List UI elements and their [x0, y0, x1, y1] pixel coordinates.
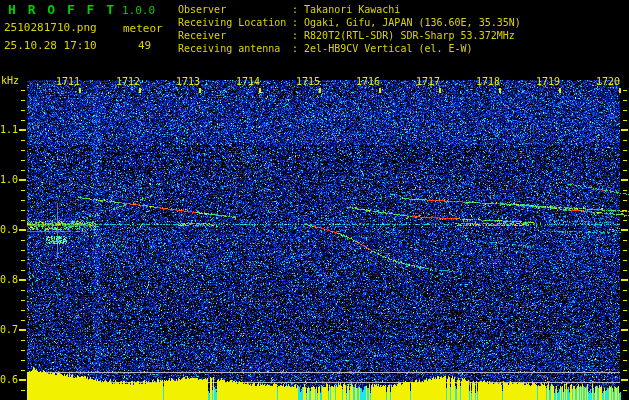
- time-axis-label: 1716: [350, 76, 386, 87]
- time-axis-label: 1714: [230, 76, 266, 87]
- info-row-receiver: Receiver: R820T2(RTL-SDR) SDR-Sharp 53.3…: [178, 29, 521, 42]
- time-axis-label: 1711: [50, 76, 86, 87]
- freq-axis-label: 0.6: [0, 374, 18, 385]
- freq-axis-label: 0.9: [0, 224, 18, 235]
- info-row-observer: Observer: Takanori Kawachi: [178, 3, 521, 16]
- mode-label: meteor: [123, 22, 163, 35]
- info-label: Observer: [178, 3, 292, 16]
- app-title: H R O F F T: [8, 2, 116, 17]
- freq-axis-unit: kHz: [1, 75, 23, 86]
- info-row-location: Receiving Location: Ogaki, Gifu, JAPAN (…: [178, 16, 521, 29]
- info-value: Ogaki, Gifu, JAPAN (136.60E, 35.35N): [304, 17, 521, 28]
- time-axis-label: 1717: [410, 76, 446, 87]
- freq-axis-label: 0.7: [0, 324, 18, 335]
- station-info: Observer: Takanori Kawachi Receiving Loc…: [178, 3, 521, 55]
- time-axis-label: 1715: [290, 76, 326, 87]
- info-value: R820T2(RTL-SDR) SDR-Sharp 53.372MHz: [304, 30, 515, 41]
- hrofft-screen: H R O F F T 1.0.0 2510281710.png meteor …: [0, 0, 629, 400]
- app-version: 1.0.0: [122, 4, 155, 17]
- info-label: Receiver: [178, 29, 292, 42]
- info-row-antenna: Receiving antenna: 2el-HB9CV Vertical (e…: [178, 42, 521, 55]
- time-axis-label: 1713: [170, 76, 206, 87]
- time-axis-label: 1719: [530, 76, 566, 87]
- filename: 2510281710.png: [4, 21, 97, 34]
- info-sep: :: [292, 30, 304, 41]
- info-sep: :: [292, 4, 304, 15]
- info-sep: :: [292, 17, 304, 28]
- spectrogram-canvas: [0, 0, 629, 400]
- info-value: Takanori Kawachi: [304, 4, 400, 15]
- time-axis-label: 1718: [470, 76, 506, 87]
- datetime: 25.10.28 17:10: [4, 39, 97, 52]
- freq-axis-label: 0.8: [0, 274, 18, 285]
- info-value: 2el-HB9CV Vertical (el. E-W): [304, 43, 473, 54]
- info-label: Receiving Location: [178, 16, 292, 29]
- time-axis-label: 1720: [590, 76, 626, 87]
- time-axis-label: 1712: [110, 76, 146, 87]
- freq-axis-label: 1.1: [0, 124, 18, 135]
- info-sep: :: [292, 43, 304, 54]
- echo-count: 49: [138, 39, 151, 52]
- freq-axis-label: 1.0: [0, 174, 18, 185]
- info-label: Receiving antenna: [178, 42, 292, 55]
